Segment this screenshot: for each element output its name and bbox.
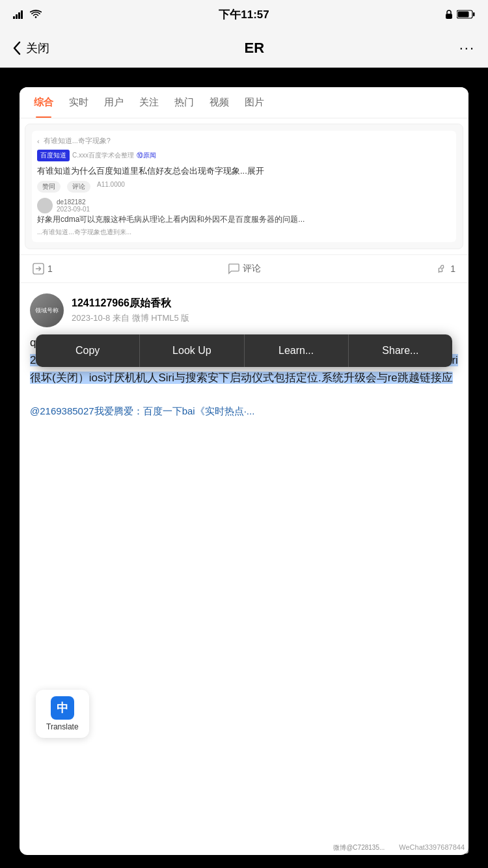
screenshot-question-preview: 有谁知道...奇字现象?: [44, 136, 111, 146]
wifi-icon: [30, 10, 42, 19]
chevron-left-icon: [13, 41, 21, 55]
translate-bubble[interactable]: 中 Translate: [36, 690, 89, 738]
main-content: × 综合 实时 用户 关注 热门 视频 图片: [0, 68, 488, 868]
nav-bar: 关闭 ER ···: [0, 29, 488, 68]
battery-icon: [457, 10, 475, 19]
baidu-badge: 百度知道: [37, 150, 70, 161]
bottom-refs: @2169385027我爱腾爱：百度一下bai《实时热点·...: [20, 398, 468, 426]
svg-rect-3: [21, 10, 23, 19]
status-time: 下午11:57: [219, 7, 269, 22]
svg-rect-0: [13, 16, 15, 19]
svg-rect-5: [446, 14, 452, 19]
menu-copy[interactable]: Copy: [36, 334, 140, 367]
like-icon: [435, 263, 447, 275]
screenshot-header: ‹ 有谁知道...奇字现象?: [37, 136, 451, 146]
screenshot-source-link: ⑩原闻: [137, 151, 156, 160]
screenshot-post: ‹ 有谁知道...奇字现象? 百度知道 C.xxx百度学术会整理 ⑩原闻 有谁知…: [25, 124, 463, 249]
back-button[interactable]: 关闭: [13, 40, 49, 56]
screenshot-inner: ‹ 有谁知道...奇字现象? 百度知道 C.xxx百度学术会整理 ⑩原闻 有谁知…: [32, 131, 456, 242]
post-header: 领域号称 1241127966原始香秋 2023-10-8 来自 微博 HTML…: [30, 293, 458, 327]
close-button[interactable]: ×: [449, 79, 475, 105]
screenshot-date: 2023-09-01: [57, 206, 90, 213]
post-date: 2023-10-8: [72, 313, 110, 323]
status-right: [445, 9, 475, 20]
tab-用户[interactable]: 用户: [96, 87, 131, 118]
tab-bar: 综合 实时 用户 关注 热门 视频 图片: [20, 87, 468, 118]
bottom-ref-text: @2169385027我爱腾爱：百度一下bai《实时热点·...: [30, 405, 254, 416]
screenshot-answer-text: 好象用cdma可以克服这种毛病从理论上看内因和外因不是百度服务器的问题...: [37, 213, 451, 225]
tab-综合[interactable]: 综合: [26, 87, 61, 118]
screenshot-nav-back: ‹: [37, 137, 40, 145]
watermark-weibo: 微博@C728135...: [329, 842, 388, 854]
like-action[interactable]: 1: [435, 263, 455, 275]
translate-label: Translate: [46, 722, 79, 731]
post-username: 1241127966原始香秋: [72, 297, 458, 310]
comment-btn[interactable]: 评论: [67, 181, 90, 193]
avatar-text: 领域号称: [35, 307, 59, 314]
post-info: 2023-10-8 来自 微博 HTML5 版: [72, 312, 458, 324]
tab-视频[interactable]: 视频: [202, 87, 237, 118]
screenshot-user-info: de182182 2023-09-01: [57, 198, 90, 213]
comment-icon: [228, 263, 239, 275]
screenshot-username: de182182: [57, 198, 90, 206]
action-bar: 1 评论 1: [20, 254, 468, 283]
page-title: ER: [245, 40, 265, 57]
tab-图片[interactable]: 图片: [237, 87, 272, 118]
svg-rect-1: [16, 14, 18, 19]
like-count: 1: [450, 264, 455, 274]
svg-rect-2: [18, 12, 20, 19]
screenshot-count: A11.0000: [97, 181, 125, 193]
svg-point-4: [35, 16, 37, 18]
menu-lookup[interactable]: Look Up: [140, 334, 244, 367]
menu-share[interactable]: Share...: [349, 334, 452, 367]
post-meta: 1241127966原始香秋 2023-10-8 来自 微博 HTML5 版: [72, 297, 458, 324]
signal-icon: [13, 10, 25, 19]
menu-learn[interactable]: Learn...: [245, 334, 349, 367]
watermark-wechat2: WeChat3397687844: [395, 842, 468, 854]
share-icon: [33, 263, 44, 275]
post-avatar: 领域号称: [30, 293, 64, 327]
tab-实时[interactable]: 实时: [61, 87, 96, 118]
status-left: [13, 10, 42, 19]
tab-关注[interactable]: 关注: [131, 87, 167, 118]
screenshot-source: 百度知道 C.xxx百度学术会整理 ⑩原闻: [37, 150, 451, 161]
comment-label: 评论: [243, 263, 261, 275]
vote-btn[interactable]: 赞同: [37, 181, 61, 193]
tab-热门[interactable]: 热门: [167, 87, 202, 118]
close-icon: ×: [457, 83, 467, 103]
screenshot-question: 有谁知道为什么百度知道里私信好友总会出现奇字现象...展开: [37, 165, 451, 177]
comment-action[interactable]: 评论: [228, 263, 261, 275]
status-bar: 下午11:57: [0, 0, 488, 29]
screenshot-source-label: C.xxx百度学术会整理: [72, 151, 134, 160]
context-menu: Copy Look Up Learn... Share...: [36, 334, 452, 367]
screenshot-actions: 赞同 评论 A11.0000: [37, 181, 451, 193]
svg-rect-7: [473, 12, 475, 16]
post-source: 来自 微博 HTML5 版: [113, 313, 189, 323]
svg-rect-8: [458, 12, 469, 18]
share-action[interactable]: 1: [33, 263, 53, 275]
screenshot-avatar: [37, 198, 53, 213]
translate-icon: 中: [51, 696, 74, 720]
screenshot-user: de182182 2023-09-01: [37, 198, 451, 213]
back-label: 关闭: [26, 40, 49, 56]
weibo-card: 综合 实时 用户 关注 热门 视频 图片: [20, 87, 468, 855]
share-count: 1: [47, 264, 53, 274]
watermark-bar: 微博@C728135... WeChat3397687844: [20, 842, 468, 854]
screenshot-footer: ...有谁知道...奇字现象也遭到来...: [37, 228, 451, 237]
lock-icon: [445, 9, 453, 20]
more-button[interactable]: ···: [459, 40, 475, 57]
